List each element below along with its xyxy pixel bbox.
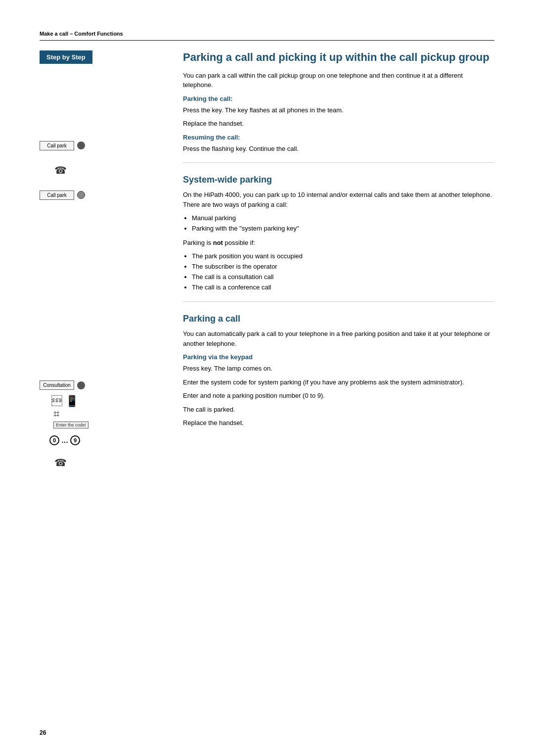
section2-intro: On the HiPath 4000, you can park up to 1…: [183, 190, 494, 209]
np-bullet-3: The call is a consultation call: [192, 272, 494, 283]
np-bullet-2: The subscriber is the operator: [192, 262, 494, 272]
keypad-step5: Replace the handset.: [183, 418, 494, 428]
spacer-6: [40, 252, 168, 272]
call-park-row-2: Call park: [40, 188, 168, 202]
consultation-row: Consultation: [40, 380, 168, 390]
keypad-block:  📱 ⌗ Enter the code!: [51, 395, 168, 428]
circle-nine: 9: [70, 435, 80, 445]
keypad-icon:  📱: [51, 395, 79, 408]
page-number: 26: [40, 729, 46, 736]
handset-row-2: ☎: [40, 455, 168, 470]
keypad-symbol: ⌗: [53, 408, 59, 421]
call-park-row-1: Call park: [40, 138, 168, 153]
enter-code-label: Enter the code!: [53, 422, 89, 428]
main-layout: Step by Step Call park ☎ Call park: [40, 50, 494, 480]
keypad-heading: Parking via the keypad: [183, 353, 494, 361]
bullet-key: Parking with the "system parking key": [192, 224, 494, 234]
right-column: Parking a call and picking it up within …: [178, 50, 494, 480]
circle-zero: 0: [49, 435, 59, 445]
spacer-11: [40, 351, 168, 371]
section2-bullets1: Manual parking Parking with the "system …: [192, 213, 494, 234]
handset-icon-1: ☎: [54, 164, 67, 176]
parking-step1: Press the key. The key flashes at all ph…: [183, 105, 494, 115]
keypad-step1: Press key. The lamp comes on.: [183, 364, 494, 374]
spacer-7: [40, 272, 168, 291]
spacer-9: [40, 311, 168, 331]
not-possible-list: The park position you want is occupied T…: [192, 251, 494, 292]
consultation-key[interactable]: Consultation: [40, 380, 74, 390]
main-title: Parking a call and picking it up within …: [183, 50, 494, 65]
handset-icon-2: ☎: [54, 457, 67, 469]
bullet-manual: Manual parking: [192, 213, 494, 224]
keypad-step3: Enter and note a parking position number…: [183, 391, 494, 401]
zero-nine-row: 0 … 9: [49, 435, 168, 445]
spacer-3: [40, 118, 168, 138]
not-bold-text: not: [213, 239, 223, 246]
spacer-8: [40, 291, 168, 311]
page-header: Make a call – Comfort Functions: [40, 30, 494, 41]
resuming-heading: Resuming the call:: [183, 134, 494, 141]
spacer-1: [40, 79, 168, 98]
header-text: Make a call – Comfort Functions: [40, 31, 123, 37]
spacer-small-1: [40, 371, 168, 380]
dots: …: [61, 436, 68, 444]
handset-row-1: ☎: [40, 163, 168, 178]
parking-heading: Parking the call:: [183, 95, 494, 102]
spacer-4: [40, 212, 168, 232]
spacer-small-2: [40, 445, 168, 455]
resuming-step1: Press the flashing key. Continue the cal…: [183, 144, 494, 154]
call-park-key-2[interactable]: Call park: [40, 190, 74, 200]
key-dot-1: [77, 142, 85, 149]
np-bullet-1: The park position you want is occupied: [192, 251, 494, 262]
keypad-step2: Enter the system code for system parking…: [183, 378, 494, 387]
spacer-2: [40, 98, 168, 118]
key-dot-3: [77, 381, 85, 389]
section2-title: System-wide parking: [183, 175, 494, 185]
section3-title: Parking a call: [183, 314, 494, 324]
divider-2: [183, 301, 494, 302]
section1-intro: You can park a call within the call pick…: [183, 71, 494, 90]
section3-intro: You can automatically park a call to you…: [183, 329, 494, 348]
left-column: Step by Step Call park ☎ Call park: [40, 50, 178, 480]
spacer-5: [40, 232, 168, 252]
np-bullet-4: The call is a conference call: [192, 283, 494, 293]
parking-step2: Replace the handset.: [183, 119, 494, 129]
call-park-key-1[interactable]: Call park: [40, 141, 74, 150]
keypad-step4: The call is parked.: [183, 405, 494, 415]
not-possible-intro: Parking is not possible if:: [183, 238, 494, 248]
spacer-10: [40, 331, 168, 351]
step-by-step-badge: Step by Step: [40, 50, 92, 64]
key-dot-2: [77, 191, 85, 199]
divider-1: [183, 162, 494, 163]
